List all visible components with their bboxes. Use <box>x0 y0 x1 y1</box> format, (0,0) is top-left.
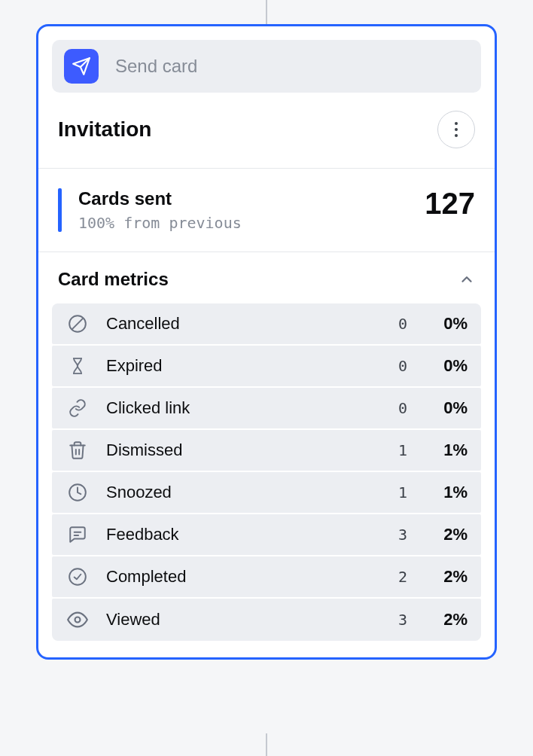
eye-icon <box>65 609 90 630</box>
metric-count: 1 <box>362 441 407 459</box>
cancel-icon <box>65 314 90 334</box>
metric-label: Snoozed <box>106 483 362 502</box>
metric-count: 3 <box>362 526 407 544</box>
metrics-title: Card metrics <box>58 269 169 290</box>
metric-label: Completed <box>106 567 362 587</box>
metric-count: 0 <box>362 399 407 417</box>
metric-count: 3 <box>362 611 407 629</box>
trash-icon <box>65 440 90 460</box>
metric-label: Feedback <box>106 525 362 544</box>
accent-indicator <box>58 188 62 232</box>
metric-count: 2 <box>362 568 407 586</box>
cards-sent-label: Cards sent <box>78 188 425 209</box>
metric-label: Viewed <box>106 610 362 629</box>
send-icon <box>64 49 99 84</box>
link-icon <box>65 398 90 418</box>
metric-row: Feedback32% <box>52 514 481 555</box>
metric-row: Snoozed11% <box>52 472 481 513</box>
action-bar[interactable]: Send card <box>52 40 481 93</box>
metric-row: Dismissed11% <box>52 430 481 471</box>
metric-count: 1 <box>362 483 407 501</box>
metric-percent: 0% <box>407 314 468 334</box>
chevron-up-icon <box>458 271 475 288</box>
metric-label: Clicked link <box>106 398 362 418</box>
more-menu-button[interactable] <box>437 111 475 148</box>
metric-row: Expired00% <box>52 346 481 386</box>
metrics-header[interactable]: Card metrics <box>38 252 495 303</box>
metric-row: Cancelled00% <box>52 303 481 344</box>
cards-sent-delta: 100% from previous <box>78 214 425 232</box>
svg-line-1 <box>72 318 83 329</box>
metric-percent: 2% <box>407 610 468 629</box>
metric-label: Cancelled <box>106 314 362 334</box>
metric-row: Clicked link00% <box>52 388 481 428</box>
metric-count: 0 <box>362 315 407 333</box>
expired-icon <box>65 357 90 375</box>
metric-count: 0 <box>362 357 407 375</box>
feedback-icon <box>65 525 90 544</box>
metric-percent: 2% <box>407 525 468 544</box>
step-card: Send card Invitation Cards sent 100% fro… <box>36 24 497 660</box>
cards-sent-section: Cards sent 100% from previous 127 <box>38 169 495 252</box>
metric-row: Viewed32% <box>52 599 481 641</box>
metric-label: Dismissed <box>106 440 362 460</box>
cards-sent-count: 127 <box>425 188 475 232</box>
flow-connector-top <box>266 0 267 24</box>
metrics-list: Cancelled00%Expired00%Clicked link00%Dis… <box>38 303 495 657</box>
metric-label: Expired <box>106 356 362 376</box>
svg-point-7 <box>69 569 86 585</box>
metric-row: Completed22% <box>52 556 481 597</box>
check-icon <box>65 567 90 587</box>
svg-point-8 <box>75 617 81 623</box>
metric-percent: 0% <box>407 398 468 418</box>
title-row: Invitation <box>38 103 495 169</box>
action-label: Send card <box>115 56 197 77</box>
flow-connector-bottom <box>266 733 267 756</box>
clock-icon <box>65 483 90 502</box>
metric-percent: 2% <box>407 567 468 587</box>
card-title: Invitation <box>58 117 151 142</box>
metric-percent: 1% <box>407 440 468 460</box>
metric-percent: 0% <box>407 356 468 376</box>
metric-percent: 1% <box>407 483 468 502</box>
dots-vertical-icon <box>455 122 458 137</box>
